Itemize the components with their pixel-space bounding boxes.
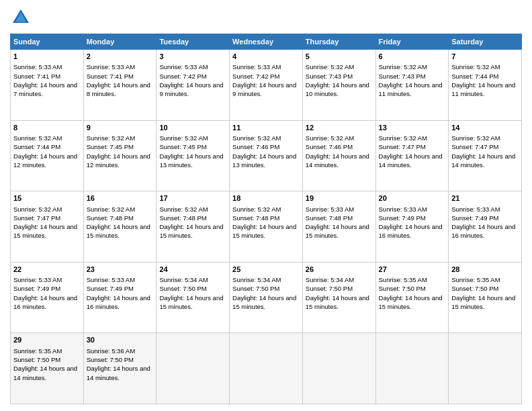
sunrise-text: Sunrise: 5:33 AM bbox=[306, 205, 354, 213]
day-number: 9 bbox=[87, 123, 154, 133]
daylight-text: Daylight: 14 hours and 9 minutes. bbox=[232, 81, 296, 97]
calendar-cell: 22Sunrise: 5:33 AMSunset: 7:49 PMDayligh… bbox=[11, 262, 84, 333]
calendar-cell bbox=[302, 333, 375, 404]
sunset-text: Sunset: 7:49 PM bbox=[13, 285, 60, 292]
sunset-text: Sunset: 7:49 PM bbox=[379, 214, 426, 222]
week-row-4: 22Sunrise: 5:33 AMSunset: 7:49 PMDayligh… bbox=[11, 262, 522, 333]
sunrise-text: Sunrise: 5:34 AM bbox=[232, 276, 281, 283]
day-number: 22 bbox=[13, 265, 81, 275]
header bbox=[10, 7, 522, 28]
day-number: 17 bbox=[159, 193, 226, 203]
calendar-cell: 16Sunrise: 5:32 AMSunset: 7:48 PMDayligh… bbox=[83, 191, 157, 263]
sunset-text: Sunset: 7:44 PM bbox=[451, 73, 498, 80]
week-row-1: 1Sunrise: 5:33 AMSunset: 7:41 PMDaylight… bbox=[11, 50, 522, 121]
sunset-text: Sunset: 7:50 PM bbox=[159, 285, 206, 292]
sunset-text: Sunset: 7:47 PM bbox=[379, 143, 426, 150]
sunset-text: Sunset: 7:50 PM bbox=[379, 285, 426, 292]
day-number: 24 bbox=[159, 265, 226, 275]
sunset-text: Sunset: 7:46 PM bbox=[306, 143, 353, 150]
daylight-text: Daylight: 14 hours and 15 minutes. bbox=[379, 294, 443, 310]
calendar-cell: 8Sunrise: 5:32 AMSunset: 7:44 PMDaylight… bbox=[11, 120, 84, 191]
day-number: 25 bbox=[232, 265, 300, 275]
day-number: 15 bbox=[13, 193, 81, 203]
week-row-2: 8Sunrise: 5:32 AMSunset: 7:44 PMDaylight… bbox=[11, 120, 522, 191]
day-number: 23 bbox=[87, 265, 154, 275]
day-number: 10 bbox=[159, 123, 226, 133]
sunrise-text: Sunrise: 5:32 AM bbox=[379, 63, 427, 71]
daylight-text: Daylight: 14 hours and 12 minutes. bbox=[13, 152, 77, 169]
sunrise-text: Sunrise: 5:32 AM bbox=[232, 205, 281, 213]
calendar-cell: 6Sunrise: 5:32 AMSunset: 7:43 PMDaylight… bbox=[375, 50, 449, 121]
calendar-cell: 1Sunrise: 5:33 AMSunset: 7:41 PMDaylight… bbox=[11, 50, 84, 121]
day-number: 5 bbox=[306, 52, 373, 62]
sunrise-text: Sunrise: 5:32 AM bbox=[451, 63, 500, 71]
day-header-thursday: Thursday bbox=[302, 34, 375, 50]
sunset-text: Sunset: 7:42 PM bbox=[159, 73, 206, 80]
sunrise-text: Sunrise: 5:35 AM bbox=[379, 276, 427, 283]
daylight-text: Daylight: 14 hours and 15 minutes. bbox=[232, 294, 296, 310]
day-number: 21 bbox=[451, 193, 519, 203]
sunset-text: Sunset: 7:45 PM bbox=[87, 143, 134, 150]
day-number: 8 bbox=[13, 123, 81, 133]
calendar-cell: 20Sunrise: 5:33 AMSunset: 7:49 PMDayligh… bbox=[375, 191, 449, 263]
calendar-cell: 2Sunrise: 5:33 AMSunset: 7:41 PMDaylight… bbox=[83, 50, 157, 121]
sunset-text: Sunset: 7:49 PM bbox=[451, 214, 498, 222]
day-header-wednesday: Wednesday bbox=[230, 34, 303, 50]
sunset-text: Sunset: 7:50 PM bbox=[232, 285, 279, 292]
sunrise-text: Sunrise: 5:32 AM bbox=[87, 205, 135, 213]
day-number: 18 bbox=[232, 193, 300, 203]
sunset-text: Sunset: 7:47 PM bbox=[13, 214, 60, 222]
calendar-cell bbox=[230, 333, 303, 404]
sunset-text: Sunset: 7:43 PM bbox=[306, 73, 353, 80]
day-number: 12 bbox=[306, 123, 373, 133]
calendar-cell: 17Sunrise: 5:32 AMSunset: 7:48 PMDayligh… bbox=[157, 191, 230, 263]
sunrise-text: Sunrise: 5:34 AM bbox=[159, 276, 208, 283]
daylight-text: Daylight: 14 hours and 15 minutes. bbox=[159, 223, 223, 239]
week-row-3: 15Sunrise: 5:32 AMSunset: 7:47 PMDayligh… bbox=[11, 191, 522, 263]
daylight-text: Daylight: 14 hours and 15 minutes. bbox=[451, 294, 515, 310]
sunrise-text: Sunrise: 5:33 AM bbox=[159, 63, 208, 71]
daylight-text: Daylight: 14 hours and 15 minutes. bbox=[159, 294, 223, 310]
daylight-text: Daylight: 14 hours and 10 minutes. bbox=[306, 81, 369, 97]
calendar-cell: 26Sunrise: 5:34 AMSunset: 7:50 PMDayligh… bbox=[302, 262, 375, 333]
calendar-cell: 30Sunrise: 5:36 AMSunset: 7:50 PMDayligh… bbox=[83, 333, 157, 404]
daylight-text: Daylight: 14 hours and 14 minutes. bbox=[379, 152, 443, 169]
daylight-text: Daylight: 14 hours and 13 minutes. bbox=[232, 152, 296, 169]
day-number: 4 bbox=[232, 52, 300, 62]
day-header-sunday: Sunday bbox=[11, 34, 84, 50]
calendar-cell: 11Sunrise: 5:32 AMSunset: 7:46 PMDayligh… bbox=[230, 120, 303, 191]
day-header-saturday: Saturday bbox=[449, 34, 522, 50]
calendar-cell: 14Sunrise: 5:32 AMSunset: 7:47 PMDayligh… bbox=[449, 120, 522, 191]
calendar-cell: 24Sunrise: 5:34 AMSunset: 7:50 PMDayligh… bbox=[157, 262, 230, 333]
day-number: 1 bbox=[13, 52, 81, 62]
sunset-text: Sunset: 7:48 PM bbox=[87, 214, 134, 222]
day-number: 2 bbox=[87, 52, 154, 62]
week-row-5: 29Sunrise: 5:35 AMSunset: 7:50 PMDayligh… bbox=[11, 333, 522, 404]
sunset-text: Sunset: 7:42 PM bbox=[232, 73, 279, 80]
day-number: 6 bbox=[379, 52, 446, 62]
sunset-text: Sunset: 7:50 PM bbox=[13, 356, 60, 363]
calendar-cell bbox=[157, 333, 230, 404]
sunrise-text: Sunrise: 5:35 AM bbox=[13, 347, 62, 355]
sunrise-text: Sunrise: 5:33 AM bbox=[87, 63, 135, 71]
daylight-text: Daylight: 14 hours and 8 minutes. bbox=[87, 81, 150, 97]
calendar-header-row: SundayMondayTuesdayWednesdayThursdayFrid… bbox=[11, 34, 522, 50]
calendar-cell: 4Sunrise: 5:33 AMSunset: 7:42 PMDaylight… bbox=[230, 50, 303, 121]
sunset-text: Sunset: 7:43 PM bbox=[379, 73, 426, 80]
day-number: 14 bbox=[451, 123, 519, 133]
logo-icon bbox=[10, 7, 32, 28]
day-number: 19 bbox=[306, 193, 373, 203]
daylight-text: Daylight: 14 hours and 16 minutes. bbox=[87, 294, 150, 310]
day-number: 29 bbox=[13, 335, 81, 345]
sunrise-text: Sunrise: 5:32 AM bbox=[13, 134, 62, 142]
daylight-text: Daylight: 14 hours and 14 minutes. bbox=[87, 365, 150, 381]
daylight-text: Daylight: 14 hours and 11 minutes. bbox=[379, 81, 443, 97]
sunrise-text: Sunrise: 5:33 AM bbox=[451, 205, 500, 213]
daylight-text: Daylight: 14 hours and 9 minutes. bbox=[159, 81, 223, 97]
sunrise-text: Sunrise: 5:32 AM bbox=[451, 134, 500, 142]
calendar-cell: 18Sunrise: 5:32 AMSunset: 7:48 PMDayligh… bbox=[230, 191, 303, 263]
sunset-text: Sunset: 7:48 PM bbox=[232, 214, 279, 222]
daylight-text: Daylight: 14 hours and 15 minutes. bbox=[232, 223, 296, 239]
calendar-cell bbox=[375, 333, 449, 404]
day-number: 26 bbox=[306, 265, 373, 275]
